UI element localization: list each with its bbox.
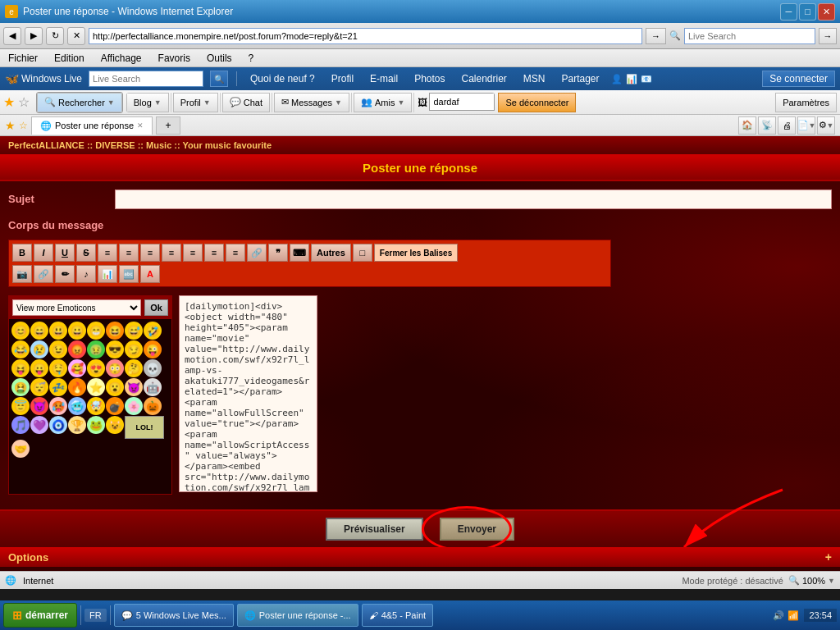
align-right-button[interactable]: ≡: [140, 244, 160, 262]
rechercher-button[interactable]: 🔍 Rechercher ▼: [37, 93, 122, 112]
subject-input[interactable]: [115, 189, 832, 209]
maximize-button[interactable]: □: [799, 3, 816, 21]
menu-favoris[interactable]: Favoris: [155, 51, 194, 66]
ok-button[interactable]: Ok: [144, 299, 168, 316]
outdent-button[interactable]: ≡: [226, 244, 245, 262]
emoticon-36[interactable]: 🥶: [68, 397, 86, 415]
close-tags-button[interactable]: Fermer les Balises: [374, 244, 458, 262]
emoticon-19[interactable]: 🤤: [49, 359, 67, 377]
ordered-list-button[interactable]: ≡: [183, 244, 203, 262]
live-search-input[interactable]: [89, 71, 203, 87]
emoticon-30[interactable]: 😮: [106, 378, 124, 396]
page-tab[interactable]: 🌐 Poster une réponse ✕: [31, 116, 153, 135]
emoticon-45[interactable]: 🐸: [87, 416, 105, 434]
color-button[interactable]: A: [140, 265, 160, 283]
audio-button[interactable]: ♪: [76, 265, 96, 283]
message-textarea[interactable]: [dailymotion]<div><object width="480" he…: [179, 295, 317, 492]
go-button[interactable]: →: [646, 28, 666, 44]
options-expand-button[interactable]: +: [825, 550, 832, 564]
emoticon-7[interactable]: 😅: [125, 322, 143, 340]
emoticon-25[interactable]: 🤮: [11, 378, 30, 396]
image-button[interactable]: 📷: [12, 265, 32, 283]
messages-button[interactable]: ✉ Messages ▼: [274, 93, 349, 112]
draw-button[interactable]: ✏: [55, 265, 75, 283]
emoticon-43[interactable]: 🧿: [49, 416, 67, 434]
emoticon-3[interactable]: 😃: [49, 322, 67, 340]
emoticon-18[interactable]: 😛: [30, 359, 48, 377]
emoticon-10[interactable]: 😢: [30, 340, 48, 358]
quote-button[interactable]: ❞: [268, 244, 288, 262]
username-field[interactable]: [429, 93, 495, 111]
emoticon-31[interactable]: 👿: [125, 378, 143, 396]
emoticon-46[interactable]: 😺: [106, 416, 124, 434]
emoticon-23[interactable]: 🤔: [125, 359, 143, 377]
preview-button[interactable]: Prévisualiser: [326, 518, 423, 541]
emoticon-select[interactable]: View more Emoticons: [12, 299, 141, 316]
tools-menu-button[interactable]: ⚙▼: [817, 116, 835, 135]
emoticon-34[interactable]: 😈: [30, 397, 48, 415]
preview-btn-small[interactable]: □: [353, 244, 372, 262]
media-button[interactable]: 🔗: [34, 265, 53, 283]
emoticon-4[interactable]: 😀: [68, 322, 86, 340]
emoticon-6[interactable]: 😆: [106, 322, 124, 340]
emoticon-2[interactable]: 😄: [30, 322, 48, 340]
code-button[interactable]: ⌨: [290, 244, 309, 262]
underline-button[interactable]: U: [55, 244, 75, 262]
emoticon-26[interactable]: 😴: [30, 378, 48, 396]
emoticon-41[interactable]: 🎵: [11, 416, 30, 434]
page-menu-button[interactable]: 📄▼: [797, 116, 815, 135]
taskbar-window-live[interactable]: 💬 5 Windows Live Mes...: [114, 604, 234, 627]
send-button[interactable]: Envoyer: [440, 518, 514, 541]
profil-button-live[interactable]: Profil: [326, 71, 358, 86]
emoticon-42[interactable]: 💜: [30, 416, 48, 434]
emoticon-44[interactable]: 🏆: [68, 416, 86, 434]
align-center-button[interactable]: ≡: [119, 244, 139, 262]
emoticon-16[interactable]: 😜: [144, 340, 162, 358]
menu-fichier[interactable]: Fichier: [5, 51, 41, 66]
emoticon-8[interactable]: 🤣: [144, 322, 162, 340]
chat-button[interactable]: 💬 Chat: [222, 93, 270, 112]
taskbar-window-ie[interactable]: 🌐 Poster une réponse -...: [237, 604, 358, 627]
refresh-button[interactable]: ↻: [46, 27, 64, 45]
print-button[interactable]: 🖨: [778, 116, 796, 135]
chart-button[interactable]: 📊: [98, 265, 117, 283]
strikethrough-button[interactable]: S: [76, 244, 96, 262]
live-search-input-addr[interactable]: [684, 28, 815, 44]
stop-button[interactable]: ✕: [67, 27, 85, 45]
emoticon-28[interactable]: 🔥: [68, 378, 86, 396]
font-button[interactable]: 🔤: [119, 265, 139, 283]
search-go-button[interactable]: →: [819, 28, 837, 44]
autres-button[interactable]: Autres: [311, 244, 351, 262]
page-back-button[interactable]: 🏠: [738, 116, 756, 135]
menu-edition[interactable]: Edition: [51, 51, 88, 66]
emoticon-1[interactable]: 😊: [11, 322, 30, 340]
emoticon-14[interactable]: 😎: [106, 340, 124, 358]
zoom-control[interactable]: 🔍 100% ▼: [788, 575, 835, 586]
live-search-button[interactable]: 🔍: [210, 71, 228, 87]
emoticon-35[interactable]: 🥵: [49, 397, 67, 415]
link-button[interactable]: 🔗: [247, 244, 267, 262]
align-left-button[interactable]: ≡: [98, 244, 117, 262]
emoticon-15[interactable]: 😏: [125, 340, 143, 358]
new-tab-button[interactable]: +: [156, 116, 180, 135]
close-button[interactable]: ✕: [818, 3, 835, 21]
emoticon-37[interactable]: 🤯: [87, 397, 105, 415]
parametres-button[interactable]: Paramètres: [775, 93, 837, 112]
emoticon-12[interactable]: 😡: [68, 340, 86, 358]
back-button[interactable]: ◀: [3, 27, 21, 45]
bold-button[interactable]: B: [12, 244, 32, 262]
emoticon-40[interactable]: 🎃: [144, 397, 162, 415]
indent-button[interactable]: ≡: [204, 244, 224, 262]
start-button[interactable]: ⊞ démarrer: [3, 603, 77, 628]
minimize-button[interactable]: ─: [780, 3, 797, 21]
emoticon-38[interactable]: 💣: [106, 397, 124, 415]
address-input[interactable]: [89, 28, 642, 44]
quoi-neuf-button[interactable]: Quoi de neuf ?: [245, 71, 320, 86]
emoticon-48[interactable]: 🤝: [11, 440, 30, 458]
se-deconnecter-button[interactable]: Se déconnecter: [498, 93, 576, 112]
partager-button[interactable]: Partager: [557, 71, 605, 86]
forward-button[interactable]: ▶: [25, 27, 43, 45]
se-connecter-button[interactable]: Se connecter: [762, 71, 835, 87]
emoticon-11[interactable]: 😉: [49, 340, 67, 358]
tab-close-button[interactable]: ✕: [137, 121, 144, 130]
